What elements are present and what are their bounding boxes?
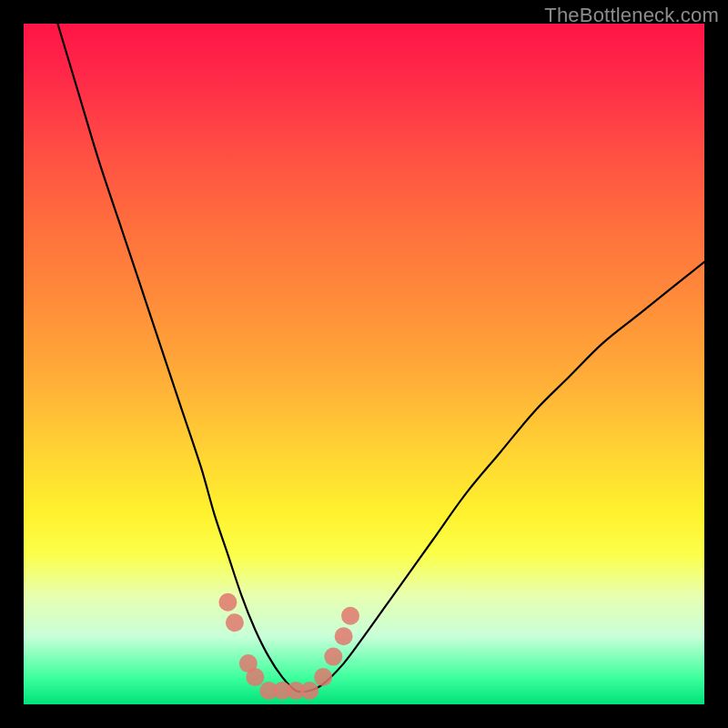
highlight-dot xyxy=(218,593,237,612)
highlight-dot xyxy=(246,668,264,686)
highlight-dot xyxy=(300,682,318,700)
chart-frame: TheBottleneck.com xyxy=(0,0,728,728)
highlight-dot xyxy=(226,613,244,632)
highlight-dot xyxy=(314,668,332,686)
highlight-dot xyxy=(335,627,353,645)
highlight-dot xyxy=(341,607,359,625)
bottleneck-curve xyxy=(57,24,704,692)
highlight-dot xyxy=(324,648,342,666)
chart-svg xyxy=(24,24,704,704)
watermark-text: TheBottleneck.com xyxy=(544,4,719,27)
